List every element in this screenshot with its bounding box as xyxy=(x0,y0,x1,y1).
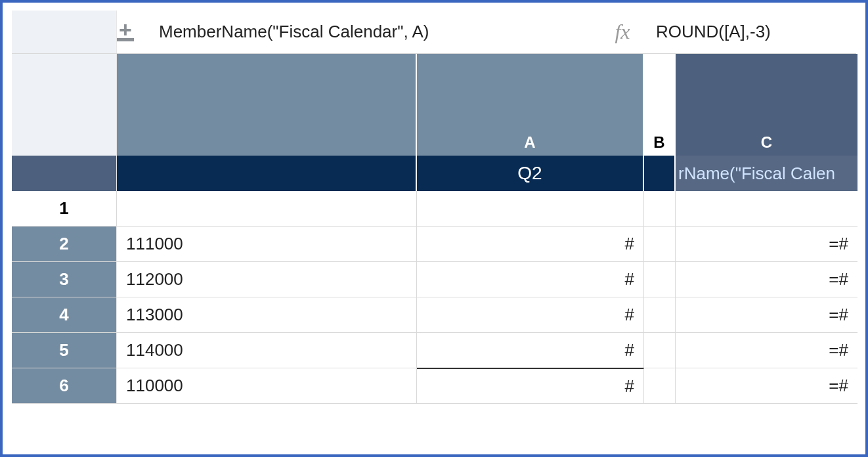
cell-b[interactable] xyxy=(644,333,676,368)
row-number[interactable]: 5 xyxy=(12,333,117,368)
row-number[interactable]: 3 xyxy=(12,262,117,297)
cell-c[interactable]: =# xyxy=(676,227,857,262)
cell-b[interactable] xyxy=(644,262,676,297)
column-header-c[interactable]: C xyxy=(676,54,857,156)
row-name-cell[interactable]: 111000 xyxy=(117,227,417,262)
cell-a[interactable]: # xyxy=(417,368,644,404)
fx-icon[interactable]: fx xyxy=(607,20,638,44)
column-label-row: Q2 rName("Fiscal Calen xyxy=(12,156,856,191)
row-number[interactable]: 2 xyxy=(12,227,117,262)
cell-c[interactable] xyxy=(676,191,857,227)
cell-c[interactable]: =# xyxy=(676,297,857,333)
bottom-spacer xyxy=(12,404,856,416)
cell-c[interactable]: =# xyxy=(676,333,857,368)
table-row: 2 111000 # =# xyxy=(12,227,856,262)
formula-input[interactable]: ROUND([A],-3) xyxy=(656,22,771,42)
name-box[interactable]: MemberName("Fiscal Calendar", A) xyxy=(159,22,429,42)
report-designer: + MemberName("Fiscal Calendar", A) fx RO… xyxy=(12,11,856,448)
row-name-cell[interactable]: 114000 xyxy=(117,333,417,368)
cell-c[interactable]: =# xyxy=(676,368,857,404)
table-row: 1 xyxy=(12,191,856,227)
cell-a[interactable]: # xyxy=(417,297,644,333)
row-name-cell[interactable]: 110000 xyxy=(117,368,417,404)
expand-collapse-button[interactable]: + xyxy=(110,18,141,46)
row-number[interactable]: 6 xyxy=(12,368,117,404)
cell-b[interactable] xyxy=(644,227,676,262)
row-number[interactable]: 4 xyxy=(12,297,117,333)
plus-icon: + xyxy=(119,22,132,37)
row-number[interactable]: 1 xyxy=(12,191,117,227)
window-frame: + MemberName("Fiscal Calendar", A) fx RO… xyxy=(0,0,868,457)
label-corner xyxy=(12,156,117,191)
column-header-b[interactable]: B xyxy=(644,54,676,156)
cell-a[interactable] xyxy=(417,191,644,227)
cell-c[interactable]: =# xyxy=(676,262,857,297)
header-rowname-spacer xyxy=(117,54,417,156)
table-row: 4 113000 # =# xyxy=(12,297,856,333)
row-name-cell[interactable]: 113000 xyxy=(117,297,417,333)
table-row: 6 110000 # =# xyxy=(12,368,856,404)
cell-b[interactable] xyxy=(644,297,676,333)
table-row: 5 114000 # =# xyxy=(12,333,856,368)
column-label-a[interactable]: Q2 xyxy=(417,156,644,191)
minus-icon xyxy=(117,38,134,41)
column-label-b[interactable] xyxy=(644,156,676,191)
cell-a[interactable]: # xyxy=(417,227,644,262)
row-name-cell[interactable]: 112000 xyxy=(117,262,417,297)
column-label-c[interactable]: rName("Fiscal Calen xyxy=(676,156,857,191)
column-header-row: A B C xyxy=(12,54,856,156)
table-row: 3 112000 # =# xyxy=(12,262,856,297)
cell-b[interactable] xyxy=(644,191,676,227)
row-name-cell[interactable] xyxy=(117,191,417,227)
label-rowname-spacer xyxy=(117,156,417,191)
formula-bar: + MemberName("Fiscal Calendar", A) fx RO… xyxy=(12,11,856,54)
header-corner xyxy=(12,54,117,156)
cell-a[interactable]: # xyxy=(417,262,644,297)
column-header-a[interactable]: A xyxy=(417,54,644,156)
formula-bar-gutter xyxy=(12,11,117,53)
cell-b[interactable] xyxy=(644,368,676,404)
cell-a[interactable]: # xyxy=(417,333,644,368)
